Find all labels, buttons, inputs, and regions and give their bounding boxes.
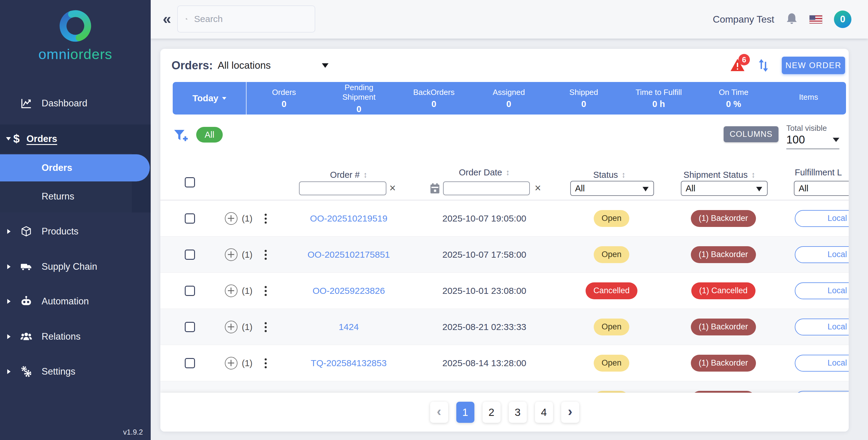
filter-chip-all[interactable]: All [196,127,223,143]
row-checkbox[interactable] [185,286,195,296]
pagination-page-1[interactable]: 1 [456,402,474,423]
pagination-page-2[interactable]: 2 [483,402,501,423]
table-row: (1) OO-2025102175851 2025-10-07 17:58:00… [160,237,849,273]
app-version: v1.9.2 [123,428,143,436]
shipment-status-badge: (1) Backorder [691,319,756,336]
avatar[interactable]: 0 [834,10,851,28]
order-link[interactable]: OO-202510219519 [310,213,388,224]
fulfillment-badge[interactable]: Local [795,246,849,263]
dashboard-chart-icon [20,97,33,110]
shipment-status-badge: (1) Backorder [691,246,756,263]
pagination-next-button[interactable]: › [561,402,579,423]
sidebar-item-orders[interactable]: $ Orders [0,124,151,153]
expand-row-icon[interactable] [225,321,238,333]
new-order-button[interactable]: NEW ORDER [782,57,845,74]
chevron-right-icon [7,299,10,304]
pagination-page-4[interactable]: 4 [535,402,553,423]
fulfillment-badge[interactable]: Local [795,355,849,372]
order-link[interactable]: OO-20259223826 [313,286,385,296]
order-number-filter-input[interactable] [299,182,386,195]
sidebar-subitem-returns[interactable]: Returns [0,183,150,210]
stat-shipped: Shipped0 [547,82,621,115]
row-menu-icon[interactable] [262,357,270,369]
clear-filter-icon[interactable]: × [535,183,541,193]
row-checkbox[interactable] [185,322,195,332]
row-menu-icon[interactable] [262,213,270,224]
sort-icon[interactable]: ↕ [506,168,510,177]
pagination-page-3[interactable]: 3 [509,402,527,423]
table-row: (1) OO-202510219519 2025-10-07 19:05:00 … [160,200,849,237]
stat-pending-shipment: Pending Shipment0 [321,82,397,115]
shipment-status-badge: (1) Backorder [691,210,756,227]
order-link[interactable]: 1424 [339,322,359,332]
shipment-status-filter-select[interactable]: All [681,181,768,196]
location-selector-value[interactable]: All locations [218,60,271,71]
chevron-left-icon: ‹ [437,404,441,421]
stat-orders: Orders0 [247,82,321,115]
row-menu-icon[interactable] [262,249,270,261]
sidebar-item-settings[interactable]: Settings [0,358,151,385]
total-visible-select[interactable]: Total visible 100 [786,124,839,149]
sort-icon[interactable]: ↕ [751,170,755,180]
logo-text: omniorders [0,46,151,62]
sidebar-item-automation[interactable]: Automation [0,288,151,315]
sidebar-item-products[interactable]: Products [0,218,151,245]
fulfillment-badge[interactable]: Local [795,210,849,227]
table-footer: ‹ 1 2 3 4 › [160,393,849,432]
stat-items: Items [771,82,846,115]
orders-table-body: (1) OO-202510219519 2025-10-07 19:05:00 … [160,200,849,417]
alerts-count-badge: 6 [738,54,750,65]
status-badge: Open [594,355,629,372]
sidebar-item-dashboard[interactable]: Dashboard [0,90,151,117]
calendar-icon[interactable] [430,183,440,195]
order-link[interactable]: OO-2025102175851 [307,250,390,260]
chevron-right-icon [7,334,10,339]
search-input[interactable] [194,14,310,24]
sort-icon[interactable]: ↕ [363,170,367,180]
expand-row-icon[interactable] [225,212,238,225]
status-filter-select[interactable]: All [570,181,654,196]
order-date: 2025-10-07 19:05:00 [442,213,527,224]
column-order-number: Order #↕ [330,170,367,180]
add-filter-icon[interactable] [173,128,188,144]
language-flag-us[interactable] [809,15,823,24]
collapse-sidebar-button[interactable]: « [163,10,171,27]
row-checkbox[interactable] [185,213,195,224]
omniorders-logo-icon [53,8,98,44]
expand-row-icon[interactable] [225,248,238,261]
stats-period-selector[interactable]: Today [173,82,247,115]
row-checkbox[interactable] [185,250,195,260]
sort-icon[interactable]: ↕ [621,170,626,180]
expand-row-icon[interactable] [225,284,238,297]
chevron-right-icon [7,369,10,374]
fulfillment-badge[interactable]: Local [795,282,849,299]
columns-button[interactable]: COLUMNS [724,126,778,142]
fulfillment-badge[interactable]: Local [795,319,849,336]
company-name[interactable]: Company Test [713,14,774,25]
chevron-right-icon: › [568,404,572,421]
order-date: 2025-08-21 02:33:33 [442,322,527,332]
pagination-prev-button[interactable]: ‹ [430,402,448,423]
location-dropdown-caret-icon[interactable] [322,63,329,68]
shipment-status-badge: (1) Cancelled [691,282,755,299]
sidebar-item-relations[interactable]: Relations [0,323,151,350]
import-export-icon[interactable] [757,58,770,73]
row-checkbox[interactable] [185,358,195,368]
order-date-filter-input[interactable] [443,182,530,195]
row-menu-icon[interactable] [262,321,270,333]
line-count: (1) [242,286,252,296]
column-status: Status↕ [593,170,626,180]
sidebar-subitem-orders[interactable]: Orders [0,154,150,182]
sidebar-group-orders: $ Orders Orders Returns [0,124,151,213]
robot-icon [20,295,33,308]
fulfillment-filter-select[interactable]: All [794,181,849,196]
order-link[interactable]: TQ-202584132853 [311,358,387,368]
select-all-checkbox[interactable] [185,177,195,187]
notifications-bell-icon[interactable] [786,12,798,26]
search-box[interactable] [177,5,315,33]
clear-filter-icon[interactable]: × [390,183,396,193]
alerts-warning-button[interactable]: 6 [730,58,745,73]
expand-row-icon[interactable] [225,357,238,370]
sidebar-item-supply-chain[interactable]: Supply Chain [0,253,151,280]
row-menu-icon[interactable] [262,285,270,297]
